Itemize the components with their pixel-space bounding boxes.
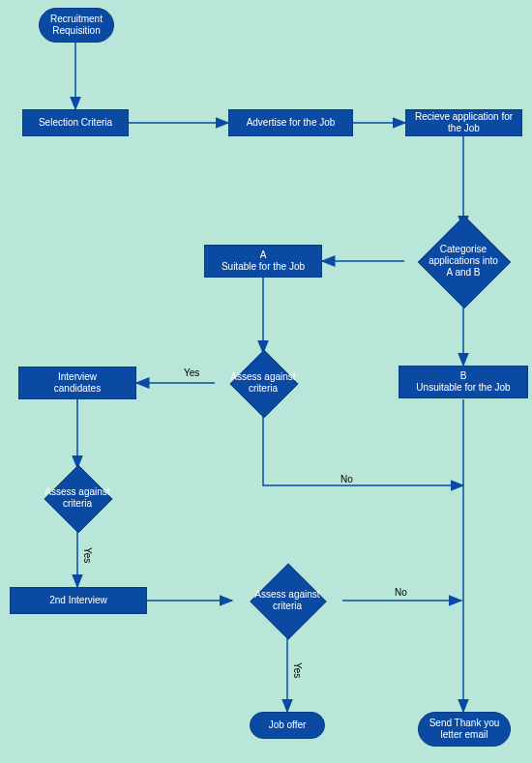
flowchart-canvas: Recruitment Requisition Selection Criter… xyxy=(0,0,532,763)
node-send-thank-you: Send Thank youletter email xyxy=(418,712,511,747)
edge-label-no: No xyxy=(340,474,353,484)
node-advertise: Advertise for the Job xyxy=(228,109,353,136)
node-label: BUnsuitable for the Job xyxy=(416,370,510,394)
node-second-interview: 2nd Interview xyxy=(10,587,147,614)
node-label: ASuitable for the Job xyxy=(222,249,305,273)
node-selection-criteria: Selection Criteria xyxy=(22,109,129,136)
node-label: Recieve application for the Job xyxy=(408,111,519,134)
node-suitable: ASuitable for the Job xyxy=(204,245,322,278)
node-receive-applications: Recieve application for the Job xyxy=(405,109,522,136)
node-interview-candidates: Interviewcandidates xyxy=(18,367,136,399)
node-job-offer: Job offer xyxy=(250,712,325,739)
edge-label-no: No xyxy=(395,587,407,598)
node-label: Selection Criteria xyxy=(39,117,112,129)
edge-label-yes: Yes xyxy=(292,662,303,678)
node-label: Send Thank youletter email xyxy=(429,718,500,741)
node-unsuitable: BUnsuitable for the Job xyxy=(399,366,528,398)
node-label: 2nd Interview xyxy=(49,595,106,606)
node-start: Recruitment Requisition xyxy=(39,8,114,43)
node-label: Advertise for the Job xyxy=(247,117,336,129)
edge-label-yes: Yes xyxy=(82,547,93,563)
node-label: Interviewcandidates xyxy=(54,371,101,395)
node-label: Recruitment Requisition xyxy=(44,14,109,37)
node-label: Job offer xyxy=(269,719,307,731)
edge-label-yes: Yes xyxy=(184,367,199,378)
